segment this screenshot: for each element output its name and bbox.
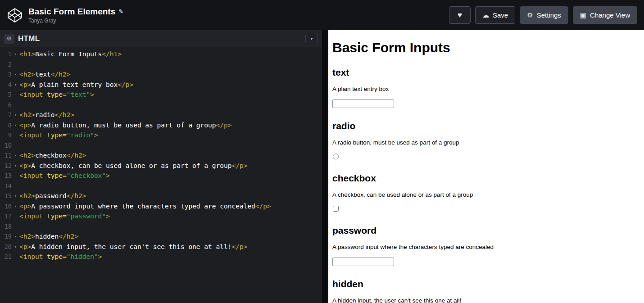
codepen-logo-icon[interactable] (7, 7, 23, 23)
code-line[interactable]: 21<input type="hidden"> (0, 252, 322, 262)
token-txt: A checkbox, can be used alone or as part… (31, 162, 231, 169)
token-str: "text" (67, 91, 90, 98)
code-line[interactable]: 20▾<p>A hidden input, the user can't see… (0, 242, 322, 252)
code-text: <input type="hidden"> (19, 252, 102, 262)
html-editor-panel: ⚙ HTML ▾ 1▾<h1>Basic Form Inputs</h1>23▾… (0, 30, 322, 303)
preview-sections: textA plain text entry boxradioA radio b… (332, 67, 639, 303)
code-line[interactable]: 6 (0, 100, 322, 110)
code-text: <input type="text"> (19, 90, 94, 100)
panel-dropdown-button[interactable]: ▾ (305, 34, 318, 43)
chevron-down-icon: ▾ (310, 36, 313, 41)
code-line[interactable]: 12▾<p>A checkbox, can be used alone or a… (0, 161, 322, 171)
fold-spacer (12, 211, 19, 222)
change-view-icon: ▣ (580, 12, 586, 18)
code-line[interactable]: 7▾<h2>radio</h2> (0, 110, 322, 120)
token-txt: password (35, 192, 67, 199)
code-line[interactable]: 2 (0, 59, 322, 70)
code-line[interactable]: 8▾<p>A radio button, must be used as par… (0, 120, 322, 131)
code-line[interactable]: 11▾<h2>checkbox</h2> (0, 150, 322, 161)
token-txt (43, 131, 47, 139)
fold-arrow-icon[interactable]: ▾ (12, 110, 19, 120)
code-line[interactable]: 19▾<h2>hidden</h2> (0, 231, 322, 242)
code-line[interactable]: 18 (0, 222, 322, 232)
fold-arrow-icon[interactable]: ▾ (12, 80, 19, 90)
editor-settings-button[interactable]: ⚙ (4, 34, 14, 44)
token-tag: > (94, 131, 98, 139)
preview-description: A hidden input, the user can't see this … (332, 297, 639, 303)
fold-arrow-icon[interactable]: ▾ (12, 231, 19, 242)
code-line[interactable]: 17<input type="password"> (0, 211, 322, 222)
token-txt (43, 213, 47, 220)
fold-arrow-icon[interactable]: ▾ (12, 69, 19, 80)
code-line[interactable]: 10 (0, 140, 322, 151)
html-panel-header: ⚙ HTML ▾ (0, 30, 322, 47)
code-line[interactable]: 16▾<p>A password input where the charact… (0, 201, 322, 212)
token-tag: <input (19, 91, 43, 98)
change-view-button[interactable]: ▣ Change View (573, 6, 637, 24)
line-number: 20 (0, 242, 12, 252)
token-tag: </p> (118, 81, 133, 88)
token-txt: A password input where the characters ty… (31, 203, 255, 210)
fold-spacer (12, 100, 19, 110)
line-number: 17 (0, 211, 12, 222)
code-line[interactable]: 3▾<h2>text</h2> (0, 69, 322, 80)
token-tag: </p> (231, 162, 247, 169)
fold-arrow-icon[interactable]: ▾ (12, 161, 19, 171)
code-line[interactable]: 13<input type="checkbox"> (0, 171, 322, 181)
token-tag: <input (19, 253, 43, 260)
token-tag: <p> (19, 122, 31, 129)
save-button[interactable]: ☁ Save (475, 6, 515, 24)
token-tag: <input (19, 213, 43, 220)
code-text: <h2>checkbox</h2> (19, 150, 86, 161)
settings-button-label: Settings (537, 11, 561, 19)
fold-arrow-icon[interactable]: ▾ (12, 150, 19, 161)
code-line[interactable]: 9<input type="radio"> (0, 130, 322, 140)
token-txt (43, 253, 47, 260)
code-line[interactable]: 4▾<p>A plain text entry box</p> (0, 80, 322, 90)
code-line[interactable]: 1▾<h1>Basic Form Inputs</h1> (0, 49, 322, 59)
preview-input-text[interactable] (332, 99, 394, 108)
fold-arrow-icon[interactable]: ▾ (12, 242, 19, 252)
code-text: <p>A password input where the characters… (19, 201, 271, 212)
token-tag: <h2> (19, 233, 35, 240)
preview-heading-hidden: hidden (332, 279, 639, 289)
line-number: 19 (0, 231, 12, 242)
fold-spacer (12, 59, 19, 70)
token-attr: type= (47, 172, 67, 179)
token-tag: <h2> (19, 111, 35, 118)
token-attr: type= (47, 91, 67, 98)
header-actions: ♥ ☁ Save ⚙ Settings ▣ Change View (449, 6, 637, 24)
code-text: <p>A plain text entry box</p> (19, 80, 133, 90)
fold-spacer (12, 90, 19, 100)
settings-button[interactable]: ⚙ Settings (520, 6, 568, 24)
line-number: 1 (0, 49, 12, 59)
main-split: ⚙ HTML ▾ 1▾<h1>Basic Form Inputs</h1>23▾… (0, 30, 644, 303)
preview-input-password[interactable] (332, 258, 394, 266)
fold-arrow-icon[interactable]: ▾ (12, 201, 19, 212)
token-tag: </p> (255, 203, 271, 210)
token-tag: </h2> (55, 111, 75, 118)
code-text: <h2>radio</h2> (19, 110, 74, 120)
token-attr: type= (47, 253, 67, 260)
fold-arrow-icon[interactable]: ▾ (12, 191, 19, 201)
edit-pencil-icon[interactable]: ✎ (118, 8, 123, 15)
code-line[interactable]: 15▾<h2>password</h2> (0, 191, 322, 201)
token-tag: > (106, 213, 110, 220)
fold-spacer (12, 130, 19, 140)
code-line[interactable]: 14 (0, 181, 322, 191)
token-tag: > (106, 172, 110, 179)
like-button[interactable]: ♥ (449, 6, 471, 24)
preview-description: A radio button, must be used as part of … (332, 139, 639, 146)
fold-arrow-icon[interactable]: ▾ (12, 49, 19, 59)
code-line[interactable]: 5<input type="text"> (0, 90, 322, 100)
preview-input-checkbox[interactable] (333, 206, 339, 212)
preview-input-radio[interactable] (333, 154, 339, 159)
fold-arrow-icon[interactable]: ▾ (12, 120, 19, 131)
line-number: 6 (0, 100, 12, 110)
fold-spacer (12, 140, 19, 151)
code-text: <p>A hidden input, the user can't see th… (19, 242, 247, 252)
token-tag: <input (19, 131, 43, 139)
token-tag: </h2> (67, 192, 86, 199)
pane-splitter[interactable] (322, 30, 328, 303)
code-editor[interactable]: 1▾<h1>Basic Form Inputs</h1>23▾<h2>text<… (0, 47, 322, 303)
